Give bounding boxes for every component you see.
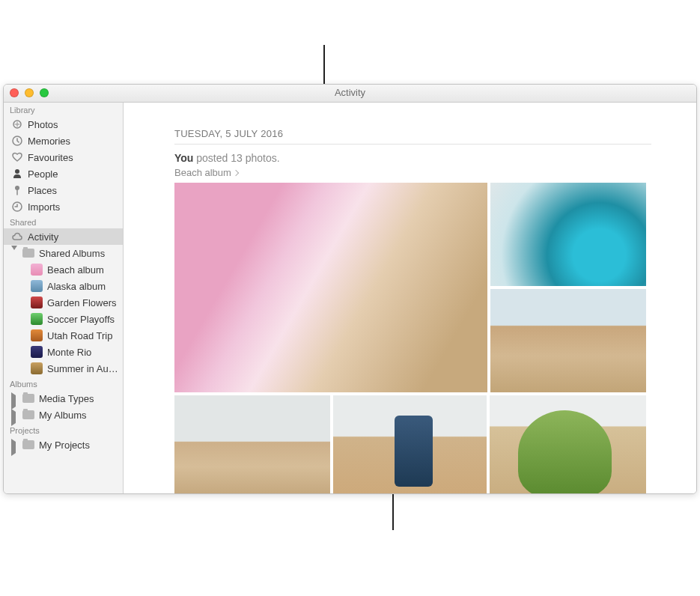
sidebar-item-people[interactable]: People (4, 165, 123, 182)
activity-summary: You posted 13 photos. (174, 152, 651, 164)
activity-actor: You (174, 152, 193, 164)
photos-icon (11, 118, 23, 130)
titlebar: Activity (4, 85, 696, 103)
sidebar: Library Photos Memories (4, 103, 124, 493)
pin-icon (11, 184, 23, 196)
sidebar-item-label: Memories (28, 136, 118, 147)
sidebar-item-label: Utah Road Trip (47, 330, 118, 341)
disclosure-triangle-icon[interactable] (11, 395, 18, 402)
chevron-right-icon (233, 169, 239, 175)
sidebar-item-memories[interactable]: Memories (4, 133, 123, 149)
photo-thumbnail[interactable] (490, 183, 646, 286)
album-link-label: Beach album (174, 167, 231, 178)
sidebar-album-summer[interactable]: Summer in Aus… (4, 360, 123, 377)
photo-thumbnail[interactable] (490, 395, 646, 493)
folder-icon (22, 409, 34, 421)
sidebar-item-label: Summer in Aus… (47, 363, 118, 374)
photos-app-window: Activity Library Photos Memories (3, 84, 697, 494)
sidebar-item-shared-albums[interactable]: Shared Albums (4, 245, 123, 261)
sidebar-album-soccer[interactable]: Soccer Playoffs (4, 311, 123, 327)
clock-icon (11, 135, 23, 147)
disclosure-triangle-icon[interactable] (11, 412, 18, 419)
album-thumb-icon (31, 264, 43, 276)
sidebar-item-label: Alaska album (47, 281, 118, 292)
sidebar-item-label: Photos (28, 119, 118, 130)
window-title: Activity (335, 87, 365, 98)
sidebar-album-alaska[interactable]: Alaska album (4, 278, 123, 294)
sidebar-album-garden[interactable]: Garden Flowers (4, 294, 123, 311)
activity-album-link[interactable]: Beach album (174, 167, 238, 178)
clock-arrow-icon (11, 201, 23, 213)
sidebar-item-label: People (28, 168, 118, 180)
disclosure-triangle-icon[interactable] (11, 250, 18, 257)
sidebar-item-label: My Albums (39, 410, 118, 421)
photo-grid (174, 183, 646, 493)
folder-icon (22, 392, 34, 404)
sidebar-item-label: Media Types (39, 393, 118, 404)
section-header-library: Library (4, 103, 123, 116)
sidebar-item-places[interactable]: Places (4, 182, 123, 198)
sidebar-item-label: Activity (28, 231, 118, 243)
sidebar-item-label: Soccer Playoffs (47, 314, 118, 325)
album-thumb-icon (31, 280, 43, 292)
section-header-albums: Albums (4, 377, 123, 390)
sidebar-album-monte-rio[interactable]: Monte Rio (4, 344, 123, 360)
sidebar-item-label: Imports (28, 201, 118, 213)
folder-icon (22, 247, 34, 259)
zoom-button[interactable] (40, 88, 49, 97)
svg-point-2 (15, 169, 19, 174)
album-thumb-icon (31, 313, 43, 325)
sidebar-item-media-types[interactable]: Media Types (4, 390, 123, 407)
sidebar-item-label: My Projects (39, 440, 118, 451)
photo-thumbnail[interactable] (333, 395, 487, 493)
sidebar-item-my-projects[interactable]: My Projects (4, 437, 123, 453)
minimize-button[interactable] (25, 88, 34, 97)
heart-icon (11, 151, 23, 163)
section-header-projects: Projects (4, 423, 123, 437)
folder-icon (22, 439, 34, 451)
activity-action-text: posted 13 photos. (193, 152, 279, 164)
sidebar-item-imports[interactable]: Imports (4, 198, 123, 215)
activity-view: TUESDAY, 5 JULY 2016 You posted 13 photo… (124, 103, 696, 493)
disclosure-triangle-icon[interactable] (11, 442, 18, 448)
close-button[interactable] (10, 88, 19, 97)
photo-thumbnail[interactable] (174, 183, 487, 392)
sidebar-item-activity[interactable]: Activity (4, 228, 123, 245)
sidebar-item-label: Beach album (47, 264, 118, 276)
photo-thumbnail[interactable] (174, 395, 330, 493)
sidebar-item-label: Monte Rio (47, 347, 118, 358)
cloud-icon (11, 231, 23, 243)
sidebar-item-label: Shared Albums (39, 248, 118, 259)
person-icon (11, 168, 23, 180)
window-controls (10, 88, 49, 97)
sidebar-item-photos[interactable]: Photos (4, 116, 123, 133)
album-thumb-icon (31, 362, 43, 374)
sidebar-album-beach[interactable]: Beach album (4, 261, 123, 278)
photo-thumbnail[interactable] (490, 289, 646, 392)
sidebar-item-my-albums[interactable]: My Albums (4, 407, 123, 423)
sidebar-item-label: Places (28, 185, 118, 196)
section-header-shared: Shared (4, 215, 123, 228)
sidebar-album-utah[interactable]: Utah Road Trip (4, 327, 123, 344)
album-thumb-icon (31, 297, 43, 308)
album-thumb-icon (31, 329, 43, 341)
sidebar-item-favourites[interactable]: Favourites (4, 149, 123, 165)
activity-date-heading: TUESDAY, 5 JULY 2016 (174, 128, 651, 145)
sidebar-item-label: Favourites (28, 152, 118, 163)
album-thumb-icon (31, 346, 43, 358)
sidebar-item-label: Garden Flowers (47, 297, 118, 308)
